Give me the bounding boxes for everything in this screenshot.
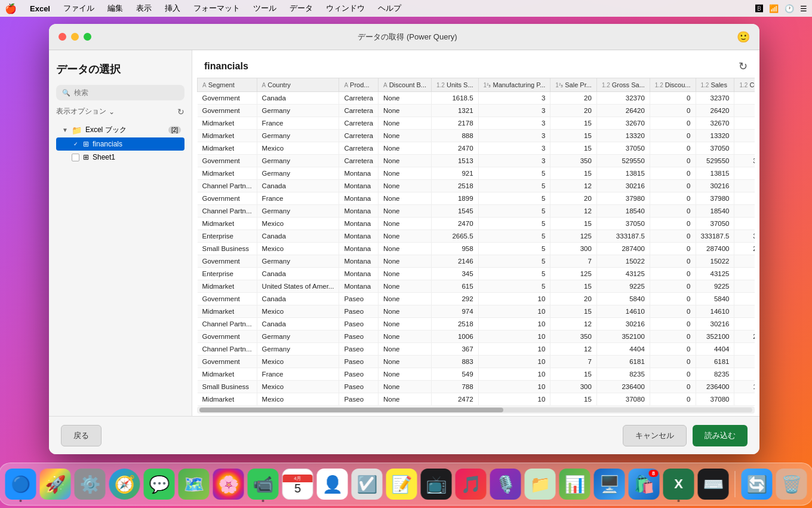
close-button[interactable] [59, 33, 66, 41]
apple-menu[interactable]: 🍎 [5, 3, 17, 14]
table-row: GovernmentGermanyPaseoNone10061035035210… [198, 330, 755, 343]
maximize-button[interactable] [84, 33, 91, 41]
notes-icon: 📝 [391, 475, 412, 494]
data-table-container[interactable]: ASegment ACountry AProd... ADiscount B..… [197, 78, 755, 406]
window-footer: 戻る キャンセル 読み込む [49, 416, 759, 454]
table-row: Small BusinessMexicoPaseoNone78810300236… [198, 381, 755, 393]
table-cell: 20 [550, 192, 597, 205]
dock-photos[interactable]: 🌸 [213, 469, 244, 500]
tree-excel-books[interactable]: ▼ 📁 Excel ブック [2] [56, 123, 184, 137]
dock-trash[interactable]: 🗑️ [776, 469, 807, 500]
dock-finder[interactable]: 🔵 [5, 469, 36, 500]
dock-podcasts[interactable]: 🎙️ [490, 469, 521, 500]
menubar-view[interactable]: 表示 [134, 2, 154, 15]
scrollbar-thumb[interactable] [199, 408, 503, 412]
menubar-edit[interactable]: 編集 [105, 2, 125, 15]
dock-system-prefs[interactable]: ⚙️ [75, 469, 106, 500]
control-center-icon[interactable]: ☰ [800, 4, 807, 13]
dock-music[interactable]: 🎵 [456, 469, 487, 500]
col-gross-sales[interactable]: 1.2Gross Sa... [596, 78, 650, 92]
col-sales[interactable]: 1.2Sales [696, 78, 734, 92]
dock-appletv[interactable]: 📺 [421, 469, 452, 500]
dock-excel[interactable]: X [663, 469, 694, 500]
dock-migration[interactable]: 🔄 [742, 469, 773, 500]
col-country[interactable]: ACountry [257, 78, 339, 92]
col-sale-price[interactable]: 1²₃Sale Pr... [550, 78, 597, 92]
financials-checkbox[interactable]: ✓ [72, 140, 79, 148]
minimize-button[interactable] [71, 33, 79, 41]
dock-maps[interactable]: 🗺️ [179, 469, 210, 500]
table-cell: Montana [339, 280, 379, 293]
menubar-data[interactable]: データ [287, 2, 315, 15]
view-options[interactable]: 表示オプション ⌄ [56, 106, 115, 117]
col-units-sold[interactable]: 1.2Units S... [432, 78, 479, 92]
search-box[interactable]: 🔍 [56, 85, 184, 100]
menubar-app[interactable]: Excel [27, 3, 53, 14]
table-cell: None [379, 243, 432, 255]
reminders-icon: ☑️ [356, 475, 377, 494]
sheet1-checkbox[interactable] [72, 154, 79, 161]
dock-launchpad[interactable]: 🚀 [40, 469, 71, 500]
load-button[interactable]: 読み込む [693, 425, 748, 446]
search-input[interactable] [74, 88, 179, 97]
table-cell: Government [198, 192, 257, 205]
table-cell: 0 [650, 105, 696, 117]
table-cell: 788 [432, 381, 479, 393]
dock-appstore[interactable]: 🛍️ 8 [629, 469, 660, 500]
table-cell: 1618.5 [432, 92, 479, 105]
table-cell: Channel Partn... [198, 180, 257, 192]
dock-terminal[interactable]: ⌨️ [698, 469, 729, 500]
table-cell: 2518 [432, 180, 479, 192]
table-cell: 15 [550, 117, 597, 130]
table-cell: 236400 [596, 381, 650, 393]
table-cell: 20 [550, 105, 597, 117]
tree-financials[interactable]: ✓ ⊞ financials [56, 137, 184, 151]
safari-icon: 🧭 [114, 475, 135, 494]
col-cog[interactable]: 1.2COG [734, 78, 755, 92]
dock-files[interactable]: 📁 [525, 469, 556, 500]
table-cell: 7 [734, 318, 755, 330]
table-cell: None [379, 393, 432, 406]
col-segment[interactable]: ASegment [198, 78, 257, 92]
table-cell: None [379, 92, 432, 105]
dock-notes[interactable]: 📝 [386, 469, 417, 500]
dock-facetime[interactable]: 📹 [248, 469, 279, 500]
back-button[interactable]: 戻る [61, 425, 102, 446]
table-cell: 0 [650, 92, 696, 105]
menubar-tools[interactable]: ツール [251, 2, 279, 15]
sidebar-refresh-icon[interactable]: ↻ [177, 107, 184, 117]
table-cell: 37050 [596, 218, 650, 230]
cancel-button[interactable]: キャンセル [623, 425, 687, 446]
col-product[interactable]: AProd... [339, 78, 379, 92]
dock-reminders[interactable]: ☑️ [352, 469, 383, 500]
table-cell: 15 [550, 130, 597, 142]
table-cell: 4 [734, 356, 755, 368]
dock-calendar[interactable]: 4月 5 [282, 469, 313, 500]
menubar-insert[interactable]: 挿入 [162, 2, 183, 15]
dock-numbers[interactable]: 📊 [559, 469, 590, 500]
scrollbar-track[interactable] [199, 408, 752, 412]
table-cell: 2665.5 [432, 230, 479, 243]
table-cell: 15 [550, 393, 597, 406]
table-cell: Midmarket [198, 393, 257, 406]
tree-sheet1[interactable]: ⊞ Sheet1 [56, 151, 184, 164]
col-manufacturing-price[interactable]: 1²₃Manufacturing P... [478, 78, 550, 92]
content-refresh-icon[interactable]: ↻ [739, 60, 748, 73]
table-cell: None [379, 205, 432, 218]
menubar-format[interactable]: フォーマット [191, 2, 242, 15]
dock-safari[interactable]: 🧭 [109, 469, 140, 500]
dock-messages[interactable]: 💬 [144, 469, 175, 500]
col-discount-band[interactable]: ADiscount B... [379, 78, 432, 92]
menubar-window[interactable]: ウィンドウ [324, 2, 367, 15]
table-cell: 7 [734, 180, 755, 192]
menubar-help[interactable]: ヘルプ [376, 2, 404, 15]
table-cell: 5 [734, 368, 755, 381]
horizontal-scrollbar[interactable] [197, 406, 755, 414]
table-cell: Government [198, 255, 257, 268]
menubar-file[interactable]: ファイル [61, 2, 97, 15]
dock-keynote[interactable]: 🖥️ [594, 469, 625, 500]
dock-contacts[interactable]: 👤 [317, 469, 348, 500]
table-cell: 0 [650, 293, 696, 305]
table-cell: 0 [650, 280, 696, 293]
col-discounts[interactable]: 1.2Discou... [650, 78, 696, 92]
